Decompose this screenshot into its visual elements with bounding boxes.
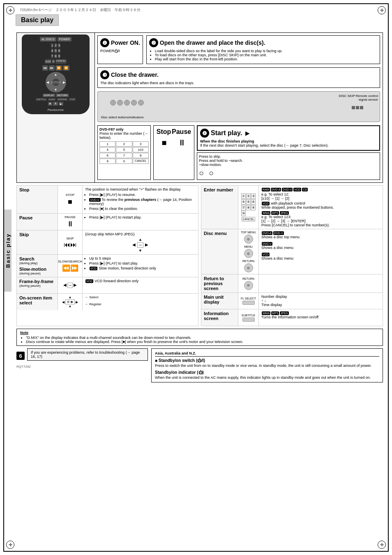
dvdf87-title: DVD-F87 only — [99, 127, 149, 131]
asia-section: Asia, Australia and N.Z. ■ Standby/on sw… — [151, 348, 383, 382]
step4-play-symbol: ▶ — [245, 130, 250, 136]
doc-code: RQT7292 — [16, 365, 148, 368]
onscreen-row: On-screen item select ▲ ◀ ⊕↕▶ ▶ ▼ — [17, 294, 198, 310]
search-row: Search (during play) Slow-motion (during… — [17, 255, 198, 277]
frame-by-frame-row: Frame-by-frame (during pause) ◀─▶ VCD VC… — [17, 277, 198, 294]
disc-skip-label: DISC SKIP — [339, 94, 355, 98]
page-title: Basic play — [16, 14, 59, 26]
corner-mark-tl: ✛ — [6, 6, 14, 14]
step2-circle: ❷ — [149, 38, 158, 47]
stop-symbol: ■ — [161, 138, 166, 147]
corner-mark-bl: ✛ — [6, 541, 14, 549]
information-screen-row: Information screen SUBTITLE WMAMP3JPEG T… — [201, 309, 383, 326]
step1-circle: ❶ — [100, 38, 109, 47]
side-label: Basic play — [4, 210, 12, 292]
pause-row: Pause PAUSE ⏸ Press [▶] (PLAY) to restar… — [17, 214, 198, 230]
step1-subtitle: POWER⏻/I — [100, 49, 140, 53]
step2-title: Open the drawer and place the disc(s). — [160, 39, 265, 46]
remote-control: AL DISCS POWER 1 2 3 4 5 6 — [22, 35, 90, 114]
press-hold-label: Press and hold to ~search. — [199, 159, 378, 163]
device-diagram: Disc select buttons/indicators DISC SKIP… — [97, 91, 380, 122]
tip-box: If you are experiencing problems, refer … — [27, 348, 148, 361]
page-number: 6 — [16, 352, 25, 360]
return-to-previous-row: Return to previous screen RETURN ⊙ — [201, 274, 383, 293]
step4-circle: ❹ — [200, 129, 209, 138]
header-bar: 7252En.fm 6ページ ２００３年１２月２４日 水曜日 午前９時３６分 — [7, 7, 385, 13]
remote-sensor-label: Remote controlsignal sensor — [356, 94, 378, 101]
disc-select-label: Disc select buttons/indicators — [101, 115, 144, 119]
stop-row: Stop STOP ■ The position is memorized wh… — [17, 186, 198, 214]
corner-mark-tr: ✛ — [378, 6, 386, 14]
slow-motion-label: ~slow-motion. — [199, 163, 378, 167]
skip-row: Skip SKIP ⏮⏭ (Group skip WMA MP3 JPEG) ▲… — [17, 230, 198, 255]
step4-title: Start play. — [211, 129, 242, 137]
enter-number-row: Enter number ①②③ ④⑤⑥ ⑦⑧⑨ ⑩ CANCEL RAMDVD… — [201, 186, 383, 229]
note-box: Note "D.MIX" on the display indicates th… — [16, 329, 383, 346]
pause-header-label: Pause — [172, 128, 191, 136]
disc-menu-row: Disc menu TOP MENU ⊙ MENU ⊙ RETURN ⊙ DVD… — [201, 229, 383, 274]
main-unit-display-row: Main unit display FL SELECT Number displ… — [201, 293, 383, 309]
when-desc: If the next disc doesn't start playing, … — [200, 143, 329, 147]
skip-press-label: Press to skip. — [199, 154, 378, 159]
step3-title: Close the drawer. — [111, 71, 159, 78]
corner-mark-br: ✛ — [378, 541, 386, 549]
step3-circle: ❸ — [100, 70, 109, 79]
step2-bullets: Load double-sided discs so the label for… — [149, 49, 377, 61]
step3-subtitle: The disc indicators light when there are… — [100, 81, 377, 85]
stop-header-label: Stop — [157, 128, 171, 136]
pause-symbol: ⏸ — [178, 138, 186, 147]
step1-title: Power ON. — [111, 39, 140, 46]
when-disc-finishes: When the disc finishes playing — [200, 139, 254, 143]
dvdf87-text: Press to enter the number (→ below). — [99, 131, 149, 140]
